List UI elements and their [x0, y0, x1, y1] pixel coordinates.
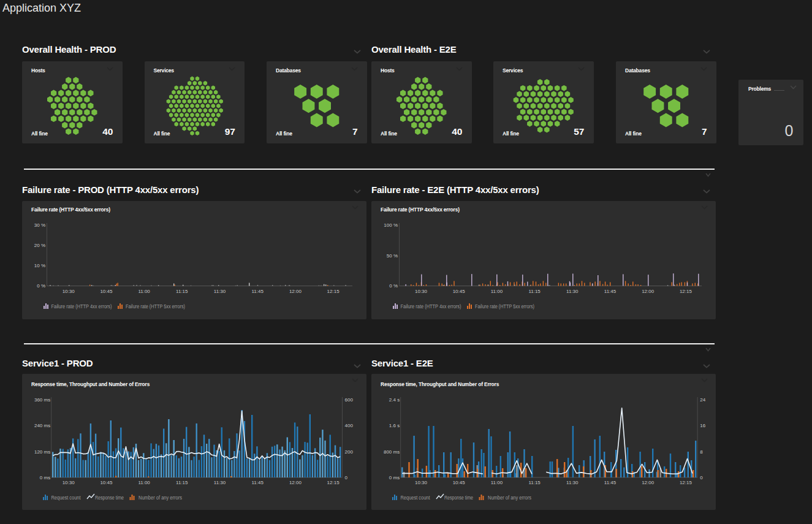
svg-text:12:15: 12:15 [680, 289, 692, 294]
svg-text:Response time: Response time [444, 495, 473, 501]
svg-text:1.6 s: 1.6 s [389, 423, 400, 428]
svg-text:16: 16 [700, 423, 705, 428]
svg-text:11:15: 11:15 [176, 289, 188, 294]
svg-text:10 %: 10 % [34, 263, 45, 268]
svg-text:12:15: 12:15 [680, 480, 692, 485]
svg-text:0 ms: 0 ms [40, 475, 50, 480]
svg-text:0 %: 0 % [37, 283, 45, 289]
svg-text:Failure rate (HTTP 4xx errors): Failure rate (HTTP 4xx errors) [401, 303, 461, 309]
svg-text:Number of any errors: Number of any errors [488, 495, 531, 501]
svg-text:Request count: Request count [51, 495, 82, 501]
svg-text:12:00: 12:00 [289, 480, 302, 485]
svg-text:10:45: 10:45 [453, 480, 466, 485]
svg-text:10:45: 10:45 [100, 480, 113, 485]
svg-text:12:15: 12:15 [327, 480, 340, 485]
svg-text:11:45: 11:45 [604, 480, 617, 485]
svg-text:Number of any errors: Number of any errors [138, 495, 182, 501]
svg-text:11:00: 11:00 [491, 480, 503, 485]
svg-text:11:00: 11:00 [138, 480, 150, 485]
svg-text:11:00: 11:00 [491, 289, 503, 294]
svg-text:11:00: 11:00 [138, 289, 150, 294]
svg-text:11:45: 11:45 [604, 289, 617, 294]
svg-text:30 %: 30 % [34, 222, 45, 228]
svg-text:12:00: 12:00 [642, 289, 655, 294]
svg-text:50 %: 50 % [387, 253, 398, 259]
svg-text:Failure rate (HTTP 4xx errors): Failure rate (HTTP 4xx errors) [51, 303, 112, 309]
svg-text:11:30: 11:30 [566, 289, 579, 294]
svg-text:0 ms: 0 ms [389, 475, 400, 480]
svg-text:2.4 s: 2.4 s [389, 397, 400, 403]
svg-text:0: 0 [345, 475, 348, 480]
svg-text:10:30: 10:30 [63, 289, 75, 294]
svg-text:100 %: 100 % [384, 222, 398, 228]
svg-text:20 %: 20 % [34, 243, 45, 248]
svg-text:11:15: 11:15 [528, 289, 541, 294]
svg-text:11:30: 11:30 [214, 480, 226, 485]
svg-text:10:30: 10:30 [415, 289, 428, 294]
svg-text:0: 0 [700, 475, 703, 480]
svg-text:120 ms: 120 ms [34, 449, 50, 455]
svg-text:11:45: 11:45 [251, 289, 264, 294]
svg-text:11:15: 11:15 [176, 480, 188, 485]
svg-text:Failure rate (HTTP 5xx errors): Failure rate (HTTP 5xx errors) [475, 303, 534, 309]
svg-text:12:15: 12:15 [327, 289, 340, 294]
svg-text:11:30: 11:30 [214, 289, 226, 294]
svg-text:10:30: 10:30 [415, 480, 428, 485]
svg-text:10:45: 10:45 [100, 289, 113, 294]
svg-text:200: 200 [345, 449, 354, 455]
svg-text:Request count: Request count [401, 495, 431, 501]
svg-text:400: 400 [345, 423, 354, 428]
svg-text:8: 8 [700, 449, 703, 455]
svg-text:12:00: 12:00 [289, 289, 302, 294]
svg-text:Failure rate (HTTP 5xx errors): Failure rate (HTTP 5xx errors) [126, 303, 185, 309]
svg-text:10:45: 10:45 [453, 289, 466, 294]
svg-text:24: 24 [700, 397, 705, 403]
svg-text:12:00: 12:00 [642, 480, 655, 485]
svg-text:10:30: 10:30 [63, 480, 75, 485]
svg-text:600: 600 [345, 397, 354, 403]
svg-text:360 ms: 360 ms [34, 397, 50, 403]
svg-text:800 ms: 800 ms [384, 449, 400, 455]
svg-text:Response time: Response time [95, 495, 124, 501]
svg-text:0 %: 0 % [389, 283, 398, 289]
svg-text:11:30: 11:30 [566, 480, 579, 485]
svg-text:240 ms: 240 ms [34, 423, 50, 428]
svg-text:11:15: 11:15 [528, 480, 541, 485]
svg-text:11:45: 11:45 [251, 480, 264, 485]
